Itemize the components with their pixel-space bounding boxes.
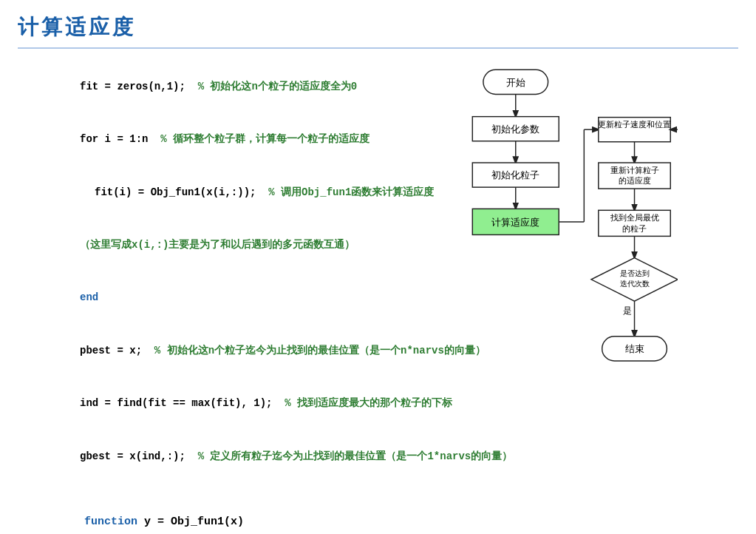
node-find-best: 找到全局最优: [609, 213, 658, 222]
right-panel: 开始 初始化参数 初始化粒子 计算适应度: [328, 61, 738, 534]
node-init-params: 初始化参数: [491, 124, 539, 135]
node-recalc-fitness: 重新计算粒子: [610, 166, 658, 175]
page: 计算适应度 fit = zeros(n,1); % 初始化这n个粒子的适应度全为…: [0, 0, 756, 534]
code-text: gbest = x(ind,:);: [80, 450, 198, 462]
code-line-2: for i = 1:n % 循环整个粒子群，计算每一个粒子的适应度: [18, 113, 328, 166]
code-keyword: end: [80, 291, 98, 303]
function-block: function y = Obj_fun1(x) y = 11*sin(x) +…: [18, 490, 328, 534]
code-text: pbest = x;: [80, 345, 154, 356]
code-line-7: ind = find(fit == max(fit), 1); % 找到适应度最…: [18, 377, 328, 430]
svg-text:的粒子: 的粒子: [622, 224, 647, 233]
node-calc-fitness: 计算适应度: [491, 217, 539, 228]
svg-text:的适应度: 的适应度: [618, 176, 650, 185]
svg-text:迭代次数: 迭代次数: [619, 280, 649, 288]
code-line-3: fit(i) = Obj_fun1(x(i,:)); % 调用Obj_fun1函…: [18, 166, 328, 219]
code-line-6: pbest = x; % 初始化这n个粒子迄今为止找到的最佳位置（是一个n*na…: [18, 325, 328, 377]
code-line-5: end: [18, 272, 328, 325]
code-line-8: gbest = x(ind,:); % 定义所有粒子迄今为止找到的最佳位置（是一…: [18, 430, 328, 483]
page-title: 计算适应度: [18, 13, 738, 49]
left-panel: fit = zeros(n,1); % 初始化这n个粒子的适应度全为0 for …: [18, 61, 328, 534]
node-end: 结束: [624, 344, 644, 354]
label-yes: 是: [622, 305, 631, 315]
code-text: for i = 1:n: [80, 133, 160, 145]
code-line-1: fit = zeros(n,1); % 初始化这n个粒子的适应度全为0: [18, 61, 328, 113]
code-text: ind = find(fit == max(fit), 1);: [80, 397, 285, 409]
code-block: fit = zeros(n,1); % 初始化这n个粒子的适应度全为0 for …: [18, 61, 328, 483]
svg-text:是否达到: 是否达到: [619, 269, 649, 277]
node-init-particles: 初始化粒子: [491, 170, 539, 180]
func-line-1: function y = Obj_fun1(x): [18, 490, 328, 534]
func-keyword: function: [84, 516, 137, 528]
code-line-4: （这里写成x(i,:)主要是为了和以后遇到的多元函数互通）: [18, 219, 328, 271]
node-update-speed: 更新粒子速度和位置: [598, 120, 671, 129]
content-area: fit = zeros(n,1); % 初始化这n个粒子的适应度全为0 for …: [18, 61, 738, 534]
flowchart: 开始 初始化参数 初始化粒子 计算适应度: [397, 61, 678, 490]
code-text: fit = zeros(n,1);: [80, 81, 198, 92]
code-comment: （这里写成x(i,:)主要是为了和以后遇到的多元函数互通）: [80, 239, 355, 251]
node-start: 开始: [505, 78, 525, 88]
code-text: fit(i) = Obj_fun1(x(i,:));: [95, 186, 268, 198]
func-rest: y = Obj_fun1(x): [137, 516, 244, 528]
